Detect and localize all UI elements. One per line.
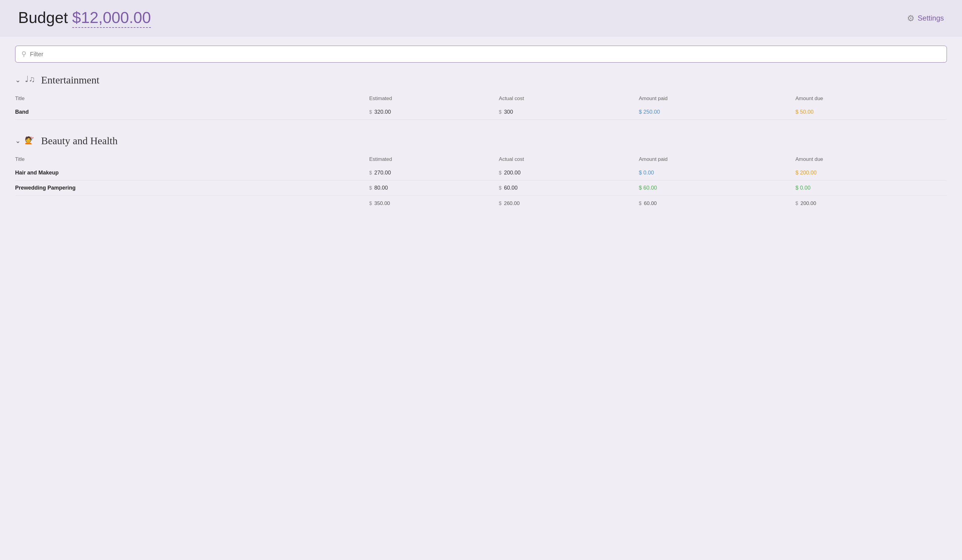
item-amount-due: $ 0.00 [796,181,947,195]
dollar-sign: $ [499,186,502,191]
category-title-entertainment: Entertainment [41,74,100,86]
svg-text:💇: 💇 [25,136,34,145]
item-estimated: $ 80.00 [369,181,499,195]
totals-label [15,195,369,211]
chevron-down-icon[interactable]: ⌄ [15,76,21,84]
col-amount-due: Amount due [796,92,947,105]
dollar-sign: $ [369,170,372,176]
category-section-beauty: ⌄ 💇 Beauty and Health Title Estimated Ac… [15,134,947,211]
dollar-sign: $ [369,186,372,191]
dollar-sign: $ [369,110,372,115]
totals-due: $ 200.00 [796,195,947,211]
category-title-beauty: Beauty and Health [41,135,118,147]
main-content: ⚲ ⌄ ♩♫ Entertainment Title Estimated Act… [0,37,962,234]
budget-label: Budget [18,8,68,27]
svg-text:♩♫: ♩♫ [25,74,35,84]
chevron-down-icon[interactable]: ⌄ [15,137,21,145]
dollar-sign: $ [796,201,798,206]
item-amount-paid: $ 250.00 [639,105,796,120]
item-amount-paid: $ 60.00 [639,181,796,195]
table-header-row: Title Estimated Actual cost Amount paid … [15,153,947,165]
item-actual-cost: $ 200.00 [499,165,639,181]
category-icon-beauty: 💇 [25,134,37,147]
dollar-sign: $ [499,110,502,115]
item-amount-due: $ 200.00 [796,165,947,181]
budget-title: Budget $12,000.00 [18,8,151,28]
item-actual-cost: $ 300 [499,105,639,120]
table-row: Band $ 320.00 $ 300 $ 250.00 $ 50.00 [15,105,947,120]
categories-container: ⌄ ♩♫ Entertainment Title Estimated Actua… [15,73,947,211]
item-title: Band [15,105,369,120]
dollar-sign: $ [499,170,502,176]
col-amount-paid: Amount paid [639,153,796,165]
category-icon-entertainment: ♩♫ [25,73,37,87]
budget-amount[interactable]: $12,000.00 [72,8,151,28]
item-actual-cost: $ 60.00 [499,181,639,195]
category-header-beauty: ⌄ 💇 Beauty and Health [15,134,947,147]
col-actual-cost: Actual cost [499,92,639,105]
dollar-sign: $ [639,201,642,206]
item-title: Prewedding Pampering [15,181,369,195]
table-row: Hair and Makeup $ 270.00 $ 200.00 $ 0.00… [15,165,947,181]
header: Budget $12,000.00 ⚙ Settings [0,0,962,37]
category-section-entertainment: ⌄ ♩♫ Entertainment Title Estimated Actua… [15,73,947,120]
col-title: Title [15,92,369,105]
search-icon: ⚲ [21,50,26,58]
settings-label: Settings [918,14,944,23]
col-estimated: Estimated [369,92,499,105]
budget-table-entertainment: Title Estimated Actual cost Amount paid … [15,92,947,120]
item-estimated: $ 270.00 [369,165,499,181]
table-header-row: Title Estimated Actual cost Amount paid … [15,92,947,105]
item-estimated: $ 320.00 [369,105,499,120]
col-title: Title [15,153,369,165]
totals-paid: $ 60.00 [639,195,796,211]
totals-row: $ 350.00 $ 260.00 $ 60.00 [15,195,947,211]
item-amount-paid: $ 0.00 [639,165,796,181]
item-amount-due: $ 50.00 [796,105,947,120]
totals-actual: $ 260.00 [499,195,639,211]
totals-estimated: $ 350.00 [369,195,499,211]
dollar-sign: $ [369,201,372,206]
settings-button[interactable]: ⚙ Settings [907,13,944,23]
col-amount-due: Amount due [796,153,947,165]
filter-input[interactable] [30,51,941,58]
category-header-entertainment: ⌄ ♩♫ Entertainment [15,73,947,87]
table-row: Prewedding Pampering $ 80.00 $ 60.00 $ 6… [15,181,947,195]
col-amount-paid: Amount paid [639,92,796,105]
item-title: Hair and Makeup [15,165,369,181]
filter-bar: ⚲ [15,46,947,63]
budget-table-beauty: Title Estimated Actual cost Amount paid … [15,153,947,211]
dollar-sign: $ [499,201,502,206]
gear-icon: ⚙ [907,13,915,23]
col-estimated: Estimated [369,153,499,165]
col-actual-cost: Actual cost [499,153,639,165]
